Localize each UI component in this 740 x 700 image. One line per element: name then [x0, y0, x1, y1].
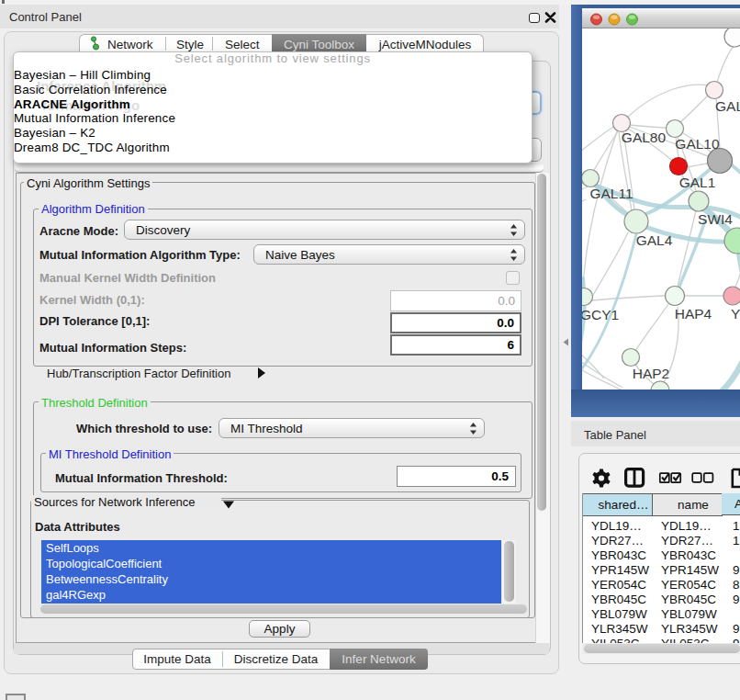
svg-text:GAL4: GAL4: [636, 232, 673, 248]
svg-text:GAL10: GAL10: [675, 136, 720, 152]
svg-text:GAL80: GAL80: [622, 130, 667, 145]
svg-text:GAL1: GAL1: [679, 175, 716, 190]
svg-text:Y: Y: [731, 306, 740, 322]
svg-text:GAL: GAL: [715, 98, 740, 114]
svg-text:SWI4: SWI4: [698, 211, 733, 227]
svg-text:HAP2: HAP2: [633, 366, 670, 381]
svg-text:GCY1: GCY1: [582, 307, 619, 322]
svg-text:HAP4: HAP4: [675, 306, 712, 322]
svg-text:GAL11: GAL11: [589, 186, 633, 201]
